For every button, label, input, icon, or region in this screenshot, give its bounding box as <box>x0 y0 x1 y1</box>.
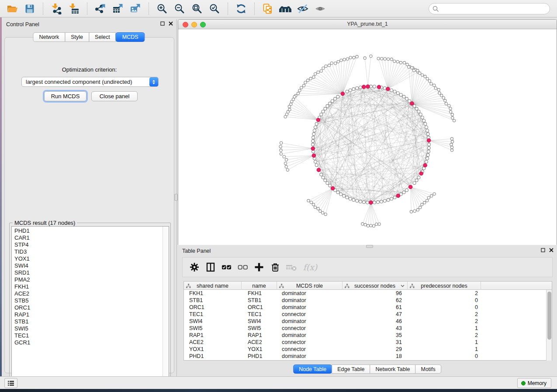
search-input[interactable] <box>439 6 550 12</box>
list-item[interactable]: SWI5 <box>12 325 163 332</box>
list-item[interactable]: STP4 <box>12 241 163 248</box>
delete-table-button[interactable] <box>284 260 299 275</box>
table-row[interactable]: PHD1PHD1dominator180 <box>184 353 546 360</box>
table-row[interactable]: SWI5SWI5connector431 <box>184 325 546 332</box>
mcds-result-list[interactable]: PHD1CAR1STP4TID3YOX1SWI4SRD1PMA2FKH1ACE2… <box>11 226 169 382</box>
table-cell: 47 <box>343 311 408 318</box>
sort-descending-icon <box>401 285 405 287</box>
table-scrollbar-thumb[interactable] <box>547 292 551 340</box>
refresh-button[interactable] <box>233 2 249 16</box>
import-network-button[interactable] <box>48 2 64 16</box>
tab-style[interactable]: Style <box>65 32 89 42</box>
table-row[interactable]: RAP1RAP1dominator352 <box>184 332 546 339</box>
column-header-mcds-role[interactable]: MCDS role <box>277 282 343 290</box>
memory-button[interactable]: Memory <box>517 378 551 388</box>
hide-selected-button[interactable] <box>295 2 311 16</box>
list-item[interactable]: STB5 <box>12 297 163 304</box>
list-item[interactable]: YOX1 <box>12 255 163 262</box>
share-document-button[interactable] <box>260 2 276 16</box>
run-mcds-button[interactable]: Run MCDS <box>44 91 86 101</box>
add-row-button[interactable] <box>252 260 266 275</box>
table-row[interactable]: FKH1FKH1dominator962 <box>184 290 546 297</box>
export-network-button[interactable] <box>93 2 108 16</box>
table-cell: TEC1 <box>242 311 277 318</box>
list-item[interactable]: FKH1 <box>12 283 163 290</box>
list-item[interactable]: PHD1 <box>12 227 163 234</box>
list-item[interactable]: STB1 <box>12 318 163 325</box>
window-minimize-icon[interactable] <box>191 22 197 28</box>
function-builder-button[interactable]: f(x) <box>300 260 320 275</box>
column-header-successor-nodes[interactable]: successor nodes <box>343 282 408 290</box>
zoom-out-button[interactable] <box>172 2 187 16</box>
column-header-name[interactable]: name <box>242 282 277 290</box>
list-item[interactable]: ORC1 <box>12 304 163 311</box>
select-all-button[interactable] <box>219 260 234 275</box>
vertical-splitter-handle[interactable] <box>174 194 178 201</box>
network-window-titlebar[interactable]: YPA_prune.txt_1 <box>178 20 557 29</box>
tab-node-table[interactable]: Node Table <box>293 364 332 374</box>
network-canvas[interactable] <box>178 29 557 245</box>
search-field[interactable] <box>429 3 550 14</box>
zoom-fit-button[interactable] <box>189 2 205 16</box>
first-neighbors-button[interactable] <box>277 2 293 16</box>
table-row[interactable]: TEC1TEC1connector472 <box>184 311 546 318</box>
column-header-shared-name[interactable]: shared name <box>184 282 242 290</box>
open-file-button[interactable] <box>4 2 20 16</box>
table-cell: 29 <box>343 346 408 353</box>
tab-network-table[interactable]: Network Table <box>370 364 416 374</box>
optimization-criterion-dropdown[interactable]: largest connected component (undirected) <box>21 77 159 87</box>
column-label: successor nodes <box>354 283 395 289</box>
table-cell: 0 <box>408 304 481 311</box>
table-row[interactable]: STB1STB1dominator620 <box>184 297 546 304</box>
table-scrollbar[interactable] <box>546 290 552 361</box>
close-panel-icon[interactable] <box>549 248 554 252</box>
export-table-button[interactable] <box>110 2 126 16</box>
list-item[interactable]: TEC1 <box>12 332 163 339</box>
horizontal-splitter-handle[interactable] <box>366 245 373 248</box>
task-history-button[interactable] <box>4 378 17 388</box>
list-item[interactable]: TID3 <box>12 248 163 255</box>
delete-row-button[interactable] <box>268 260 283 275</box>
list-item[interactable]: GCR1 <box>12 339 163 346</box>
table-cell: ACE2 <box>184 339 242 346</box>
list-item[interactable]: SWI4 <box>12 262 163 269</box>
window-close-icon[interactable] <box>183 22 188 28</box>
column-header-predecessor-nodes[interactable]: predecessor nodes <box>408 282 481 290</box>
list-item[interactable]: SRD1 <box>12 269 163 276</box>
import-table-button[interactable] <box>66 2 82 16</box>
tab-motifs[interactable]: Motifs <box>415 364 441 374</box>
table-cell: 96 <box>343 290 408 297</box>
tab-edge-table[interactable]: Edge Table <box>332 364 370 374</box>
float-panel-icon[interactable] <box>160 21 165 26</box>
table-row[interactable]: YOX1YOX1connector291 <box>184 346 546 353</box>
show-column-button[interactable] <box>203 260 218 275</box>
tab-network[interactable]: Network <box>33 32 65 42</box>
export-network-icon <box>95 3 106 14</box>
zoom-selected-button[interactable] <box>207 2 222 16</box>
close-panel-icon[interactable] <box>169 21 173 26</box>
show-all-button[interactable] <box>312 2 328 16</box>
network-graph[interactable] <box>178 29 557 245</box>
table-row[interactable]: ORC1ORC1dominator610 <box>184 304 546 311</box>
tab-select[interactable]: Select <box>89 32 116 42</box>
table-row[interactable]: SWI4SWI4dominator462 <box>184 318 546 325</box>
close-panel-button[interactable]: Close panel <box>91 91 138 101</box>
deselect-all-button[interactable] <box>235 260 250 275</box>
column-label: predecessor nodes <box>421 283 467 289</box>
list-icon <box>7 380 14 386</box>
tree-column-icon <box>279 284 284 288</box>
list-item[interactable]: RAP1 <box>12 311 163 318</box>
float-panel-icon[interactable] <box>541 248 545 252</box>
list-item[interactable]: ACE2 <box>12 290 163 297</box>
window-maximize-icon[interactable] <box>200 22 206 28</box>
list-item[interactable]: PMA2 <box>12 276 163 283</box>
list-item[interactable]: CAR1 <box>12 234 163 241</box>
tab-mcds[interactable]: MCDS <box>116 32 145 42</box>
table-row[interactable]: ACE2ACE2connector311 <box>184 339 546 346</box>
table-cell: connector <box>277 339 343 346</box>
zoom-in-button[interactable] <box>154 2 170 16</box>
save-session-button[interactable] <box>22 2 38 16</box>
result-list-scrollbar[interactable] <box>163 227 169 382</box>
export-image-button[interactable] <box>128 2 143 16</box>
table-settings-button[interactable] <box>187 260 202 275</box>
